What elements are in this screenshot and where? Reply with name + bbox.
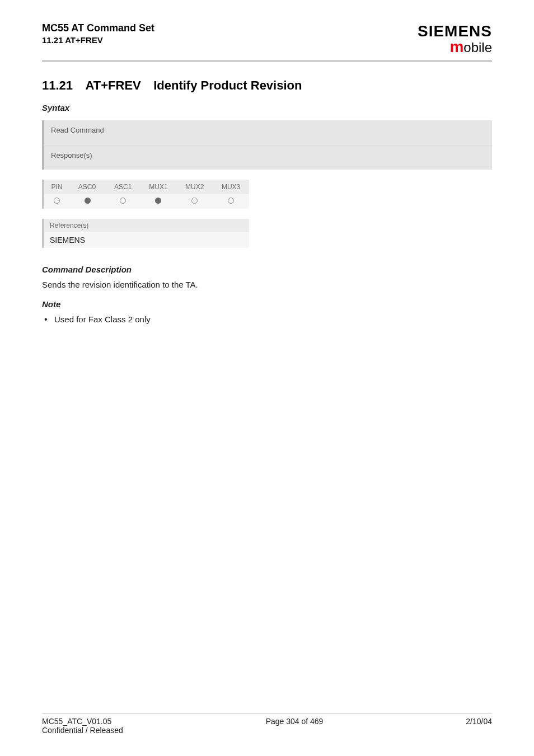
section-number: 11.21 bbox=[42, 78, 73, 93]
col-asc0: ASC0 bbox=[69, 180, 106, 194]
footer-page: Page 304 of 469 bbox=[123, 717, 466, 726]
reference-box: Reference(s) SIEMENS bbox=[42, 219, 249, 248]
command-description-heading: Command Description bbox=[42, 265, 492, 274]
page-footer: MC55_ATC_V01.05 Confidential / Released … bbox=[42, 713, 492, 735]
circle-empty-icon bbox=[54, 198, 60, 204]
note-list: Used for Fax Class 2 only bbox=[42, 314, 492, 324]
col-pin: PIN bbox=[43, 180, 69, 194]
val-asc1 bbox=[106, 194, 140, 209]
mobile-logo-rest: obile bbox=[463, 40, 492, 55]
col-mux1: MUX1 bbox=[140, 180, 177, 194]
page-root: MC55 AT Command Set 11.21 AT+FREV SIEMEN… bbox=[0, 0, 534, 756]
circle-empty-icon bbox=[228, 198, 234, 204]
header-divider bbox=[42, 60, 492, 62]
circle-empty-icon bbox=[120, 198, 126, 204]
support-table-header-row: PIN ASC0 ASC1 MUX1 MUX2 MUX3 bbox=[43, 180, 249, 194]
val-mux1 bbox=[140, 194, 177, 209]
section-heading: 11.21 AT+FREV Identify Product Revision bbox=[42, 78, 492, 93]
col-mux3: MUX3 bbox=[213, 180, 249, 194]
footer-confidential: Confidential / Released bbox=[42, 726, 123, 735]
footer-right: 2/10/04 bbox=[466, 717, 492, 735]
read-command-box: Read Command bbox=[42, 120, 492, 145]
section-title: Identify Product Revision bbox=[153, 78, 302, 93]
footer-left: MC55_ATC_V01.05 Confidential / Released bbox=[42, 717, 123, 735]
doc-title: MC55 AT Command Set bbox=[42, 22, 154, 34]
note-item: Used for Fax Class 2 only bbox=[42, 314, 492, 324]
header-left: MC55 AT Command Set 11.21 AT+FREV bbox=[42, 22, 154, 45]
responses-box: Response(s) bbox=[42, 145, 492, 170]
footer-date: 2/10/04 bbox=[466, 717, 492, 726]
val-mux3 bbox=[213, 194, 249, 209]
header-right: SIEMENS mobile bbox=[418, 22, 492, 56]
doc-subtitle: 11.21 AT+FREV bbox=[42, 35, 154, 45]
read-command-label: Read Command bbox=[51, 126, 104, 134]
circle-full-icon bbox=[85, 198, 91, 204]
support-table-value-row bbox=[43, 194, 249, 209]
page-header: MC55 AT Command Set 11.21 AT+FREV SIEMEN… bbox=[42, 22, 492, 56]
note-heading: Note bbox=[42, 299, 492, 309]
footer-mid: Page 304 of 469 bbox=[123, 717, 466, 735]
reference-header: Reference(s) bbox=[42, 219, 249, 232]
col-asc1: ASC1 bbox=[106, 180, 140, 194]
section-command: AT+FREV bbox=[86, 78, 141, 93]
mobile-logo: mobile bbox=[418, 38, 492, 56]
syntax-heading: Syntax bbox=[42, 103, 492, 112]
support-table-wrap: PIN ASC0 ASC1 MUX1 MUX2 MUX3 bbox=[42, 180, 249, 209]
col-mux2: MUX2 bbox=[176, 180, 213, 194]
support-table: PIN ASC0 ASC1 MUX1 MUX2 MUX3 bbox=[42, 180, 249, 209]
mobile-logo-m: m bbox=[449, 38, 463, 55]
val-asc0 bbox=[69, 194, 106, 209]
val-pin bbox=[43, 194, 69, 209]
val-mux2 bbox=[176, 194, 213, 209]
command-description-text: Sends the revision identification to the… bbox=[42, 280, 492, 289]
reference-value: SIEMENS bbox=[42, 232, 249, 248]
circle-empty-icon bbox=[191, 198, 198, 204]
responses-label: Response(s) bbox=[51, 151, 92, 159]
footer-version: MC55_ATC_V01.05 bbox=[42, 717, 123, 726]
circle-full-icon bbox=[155, 198, 161, 204]
